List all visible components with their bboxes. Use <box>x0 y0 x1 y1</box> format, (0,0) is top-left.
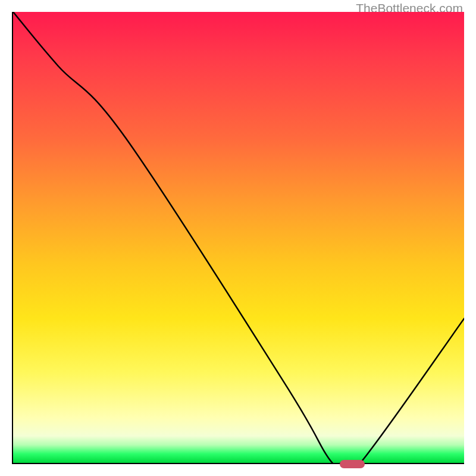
chart-container: TheBottleneck.com <box>0 0 476 476</box>
optimal-marker <box>340 460 365 468</box>
bottleneck-curve <box>13 12 464 463</box>
curve-svg <box>13 12 464 463</box>
plot-area <box>12 12 464 464</box>
